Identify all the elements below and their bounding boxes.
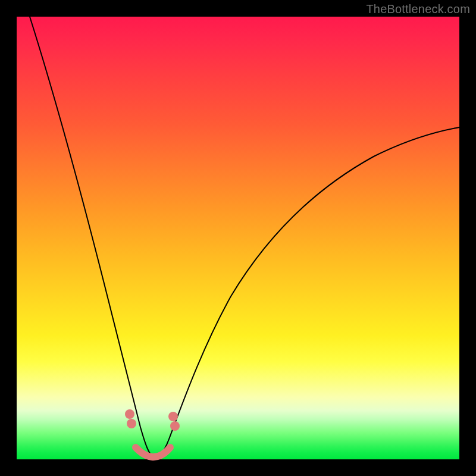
plot-area — [17, 17, 459, 459]
marker-dot — [170, 421, 180, 431]
marker-dot — [168, 412, 178, 421]
watermark-text: TheBottleneck.com — [366, 2, 470, 16]
basin-marker — [136, 447, 170, 457]
chart-frame: TheBottleneck.com — [0, 0, 476, 476]
marker-dot — [127, 419, 136, 428]
marker-dot — [125, 409, 134, 419]
bottleneck-curve — [30, 17, 459, 457]
curve-layer — [17, 17, 459, 459]
